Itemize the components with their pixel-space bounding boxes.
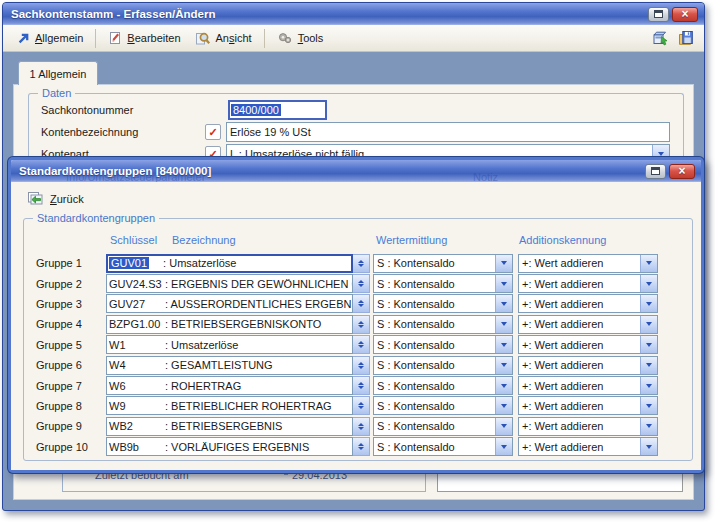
- dropdown-arrow-icon[interactable]: [495, 316, 512, 333]
- dialog-body: Zurück Standardkontengruppen Schlüssel B…: [11, 182, 701, 470]
- main-titlebar[interactable]: Sachkontenstamm - Erfassen/Ändern ×: [3, 3, 704, 25]
- dropdown-arrow-icon[interactable]: [495, 397, 512, 414]
- schluessel-field[interactable]: GUV27: AUSSERORDENTLICHES ERGEBNIS: [106, 294, 353, 313]
- schluessel-value: GUV27: [107, 298, 165, 310]
- wertermittlung-select[interactable]: S : Kontensaldo: [373, 315, 513, 334]
- schluessel-field[interactable]: W9: BETRIEBLICHER ROHERTRAG: [106, 396, 353, 415]
- dialog-window: Standardkontengruppen [8400/000] Info/Um…: [8, 157, 704, 473]
- menu-allgemein[interactable]: Allgemein: [11, 29, 89, 48]
- dropdown-arrow-icon[interactable]: [495, 336, 512, 353]
- schluessel-field[interactable]: W4: GESAMTLEISTUNG: [106, 356, 353, 375]
- additionskennung-select[interactable]: +: Wert addieren: [518, 437, 658, 456]
- group-row-label: Gruppe 5: [36, 339, 106, 351]
- dropdown-arrow-icon[interactable]: [495, 357, 512, 374]
- schluessel-field[interactable]: GUV01: Umsatzerlöse: [106, 254, 353, 273]
- key-spinner-button[interactable]: [353, 274, 370, 293]
- key-spinner-button[interactable]: [353, 417, 370, 436]
- tab-allgemein[interactable]: 1 Allgemein: [18, 61, 98, 85]
- wertermittlung-select[interactable]: S : Kontensaldo: [373, 356, 513, 375]
- schluessel-field[interactable]: WB9b: VORLÄUFIGES ERGEBNIS: [106, 437, 353, 456]
- key-spinner-button[interactable]: [353, 396, 370, 415]
- wertermittlung-select[interactable]: S : Kontensaldo: [373, 376, 513, 395]
- schluessel-field[interactable]: W6: ROHERTRAG: [106, 376, 353, 395]
- additionskennung-select[interactable]: +: Wert addieren: [518, 315, 658, 334]
- schluessel-value: WB9b: [107, 441, 165, 453]
- wertermittlung-value: S : Kontensaldo: [377, 339, 455, 351]
- dropdown-arrow-icon[interactable]: [640, 275, 657, 292]
- wertermittlung-select[interactable]: S : Kontensaldo: [373, 417, 513, 436]
- column-wertermittlung: Wertermittlung: [376, 234, 447, 246]
- schluessel-value: W1: [107, 339, 165, 351]
- menu-ansicht[interactable]: Ansicht: [189, 28, 258, 48]
- check-button[interactable]: ✓: [205, 124, 221, 140]
- additionskennung-select[interactable]: +: Wert addieren: [518, 396, 658, 415]
- dropdown-arrow-icon[interactable]: [640, 316, 657, 333]
- additionskennung-select[interactable]: +: Wert addieren: [518, 376, 658, 395]
- key-spinner-button[interactable]: [353, 356, 370, 375]
- restore-button[interactable]: [648, 7, 669, 22]
- save-button[interactable]: [678, 30, 694, 46]
- dropdown-arrow-icon[interactable]: [495, 377, 512, 394]
- schluessel-field[interactable]: BZPG1.00: BETRIEBSERGEBNISKONTO: [106, 315, 353, 334]
- menu-bearbeiten[interactable]: Bearbeiten: [102, 28, 186, 48]
- dropdown-arrow-icon[interactable]: [495, 275, 512, 292]
- dropdown-arrow-icon[interactable]: [495, 438, 512, 455]
- dropdown-arrow-icon[interactable]: [495, 295, 512, 312]
- group-row: Gruppe 3GUV27: AUSSERORDENTLICHES ERGEBN…: [24, 294, 692, 314]
- bezeichnung-value: : Umsatzerlöse: [163, 257, 352, 269]
- additionskennung-select[interactable]: +: Wert addieren: [518, 254, 658, 273]
- key-spinner-button[interactable]: [353, 376, 370, 395]
- key-spinner-button[interactable]: [353, 335, 370, 354]
- package-arrow-button[interactable]: [652, 30, 669, 46]
- additionskennung-select[interactable]: +: Wert addieren: [518, 356, 658, 375]
- wertermittlung-value: S : Kontensaldo: [377, 359, 455, 371]
- group-row: Gruppe 7W6: ROHERTRAGS : Kontensaldo+: W…: [24, 375, 692, 395]
- wertermittlung-select[interactable]: S : Kontensaldo: [373, 335, 513, 354]
- back-button[interactable]: Zurück: [22, 189, 89, 208]
- menu-tools[interactable]: Tools: [271, 28, 330, 48]
- dropdown-arrow-icon[interactable]: [640, 295, 657, 312]
- dropdown-arrow-icon[interactable]: [495, 418, 512, 435]
- wertermittlung-select[interactable]: S : Kontensaldo: [373, 274, 513, 293]
- wertermittlung-select[interactable]: S : Kontensaldo: [373, 254, 513, 273]
- restore-button[interactable]: [645, 164, 666, 179]
- schluessel-field[interactable]: WB2: BETRIEBSERGEBNIS: [106, 417, 353, 436]
- schluessel-field[interactable]: GUV24.S3: ERGEBNIS DER GEWÖHNLICHEN GES: [106, 274, 353, 293]
- main-window-title: Sachkontenstamm - Erfassen/Ändern: [11, 8, 216, 20]
- tab-label: 1 Allgemein: [30, 68, 87, 80]
- wertermittlung-value: S : Kontensaldo: [377, 318, 455, 330]
- column-additionskennung: Additionskennung: [519, 234, 606, 246]
- wertermittlung-select[interactable]: S : Kontensaldo: [373, 437, 513, 456]
- group-row: Gruppe 5W1: UmsatzerlöseS : Kontensaldo+…: [24, 335, 692, 355]
- close-button[interactable]: ×: [672, 7, 698, 22]
- wertermittlung-select[interactable]: S : Kontensaldo: [373, 294, 513, 313]
- bezeichnung-value: : GESAMTLEISTUNG: [165, 359, 352, 371]
- additionskennung-select[interactable]: +: Wert addieren: [518, 417, 658, 436]
- schluessel-field[interactable]: W1: Umsatzerlöse: [106, 335, 353, 354]
- wertermittlung-select[interactable]: S : Kontensaldo: [373, 396, 513, 415]
- dropdown-arrow-icon[interactable]: [495, 255, 512, 272]
- dropdown-arrow-icon[interactable]: [640, 377, 657, 394]
- group-row: Gruppe 8W9: BETRIEBLICHER ROHERTRAGS : K…: [24, 396, 692, 416]
- additionskennung-select[interactable]: +: Wert addieren: [518, 294, 658, 313]
- dropdown-arrow-icon[interactable]: [640, 336, 657, 353]
- dropdown-arrow-icon[interactable]: [640, 438, 657, 455]
- close-button[interactable]: ×: [669, 164, 695, 179]
- dropdown-arrow-icon[interactable]: [640, 357, 657, 374]
- dropdown-arrow-icon[interactable]: [640, 255, 657, 272]
- dialog-titlebar[interactable]: Standardkontengruppen [8400/000] Info/Um…: [11, 160, 701, 182]
- dropdown-arrow-icon[interactable]: [640, 418, 657, 435]
- sachkontonummer-input[interactable]: 8400/000: [228, 100, 327, 120]
- key-spinner-button[interactable]: [353, 315, 370, 334]
- key-spinner-button[interactable]: [353, 437, 370, 456]
- menu-bar: Allgemein Bearbeiten Ansicht Tools: [3, 25, 704, 52]
- key-spinner-button[interactable]: [353, 294, 370, 313]
- additionskennung-select[interactable]: +: Wert addieren: [518, 274, 658, 293]
- group-row: Gruppe 1GUV01: UmsatzerlöseS : Kontensal…: [24, 253, 692, 273]
- standardkontengruppen-groupbox: Standardkontengruppen Schlüssel Bezeichn…: [23, 218, 693, 461]
- group-row-label: Gruppe 7: [36, 380, 106, 392]
- kontenbezeichnung-input[interactable]: Erlöse 19 % USt: [226, 122, 670, 142]
- dropdown-arrow-icon[interactable]: [640, 397, 657, 414]
- additionskennung-select[interactable]: +: Wert addieren: [518, 335, 658, 354]
- key-spinner-button[interactable]: [353, 254, 370, 273]
